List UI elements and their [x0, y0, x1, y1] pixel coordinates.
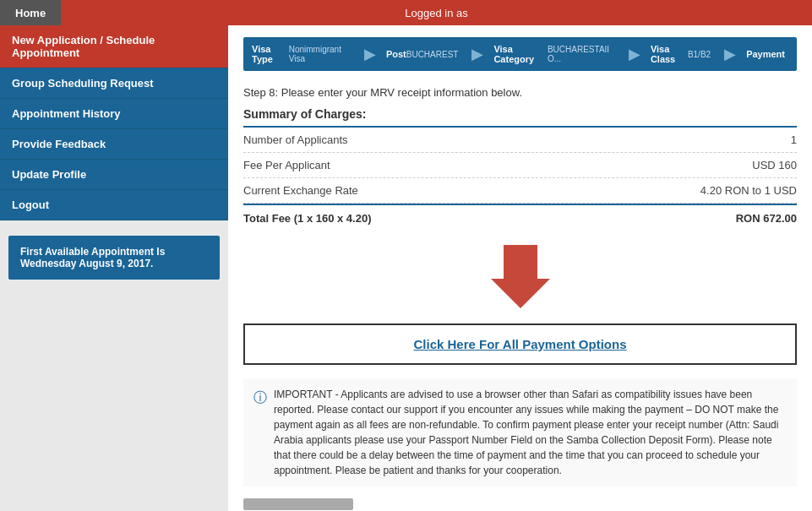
- step-bar: Visa TypeNonimmigrant Visa▶PostBUCHAREST…: [243, 37, 797, 71]
- total-value: RON 672.00: [736, 212, 797, 225]
- breadcrumb-arrow-2: ▶: [471, 45, 483, 63]
- sidebar-item-logout[interactable]: Logout: [0, 190, 228, 220]
- payment-button-container: Click Here For All Payment Options: [243, 323, 797, 365]
- summary-row: Number of Applicants1: [243, 128, 797, 153]
- row-label: Current Exchange Rate: [243, 184, 358, 197]
- row-value: USD 160: [752, 159, 797, 171]
- row-value: 4.20 RON to 1 USD: [700, 184, 797, 197]
- breadcrumb-value: BUCHARESTAII O...: [548, 45, 615, 63]
- breadcrumb-value: Nonimmigrant Visa: [289, 45, 351, 63]
- breadcrumb-value: B1/B2: [688, 50, 711, 59]
- arrow-icon-container: [243, 236, 797, 315]
- sidebar-item-update-profile[interactable]: Update Profile: [0, 160, 228, 190]
- sidebar-item-new-application[interactable]: New Application / Schedule Appointment: [0, 25, 228, 68]
- breadcrumb-item-payment: Payment: [738, 42, 797, 66]
- arrow-payment-area: Click Here For All Payment Options: [243, 236, 797, 365]
- top-bar: Home Logged in as: [0, 0, 812, 25]
- important-text: IMPORTANT - Applicants are advised to us…: [274, 387, 787, 478]
- info-icon: ⓘ: [253, 388, 267, 478]
- sidebar-item-group-scheduling[interactable]: Group Scheduling Request: [0, 68, 228, 99]
- sidebar: New Application / Schedule AppointmentGr…: [0, 25, 228, 511]
- red-arrow-icon: [482, 236, 559, 313]
- breadcrumb-label: Visa Class: [651, 44, 688, 64]
- summary-rows: Number of Applicants1Fee Per ApplicantUS…: [243, 128, 797, 204]
- sidebar-item-appointment-history[interactable]: Appointment History: [0, 99, 228, 129]
- svg-marker-0: [491, 245, 550, 308]
- breadcrumb-arrow-3: ▶: [629, 45, 640, 63]
- main-content: Visa TypeNonimmigrant Visa▶PostBUCHAREST…: [228, 25, 812, 511]
- breadcrumb-label: Visa Type: [252, 44, 289, 64]
- summary-row: Fee Per ApplicantUSD 160: [243, 153, 797, 178]
- row-label: Number of Applicants: [243, 133, 348, 146]
- summary-row: Current Exchange Rate4.20 RON to 1 USD: [243, 178, 797, 204]
- row-value: 1: [791, 133, 797, 146]
- breadcrumb-label: Post: [386, 49, 406, 59]
- breadcrumb-item-visa-class[interactable]: Visa ClassB1/B2: [642, 37, 722, 71]
- logged-in-label: Logged in as: [61, 7, 812, 19]
- sidebar-item-provide-feedback[interactable]: Provide Feedback: [0, 129, 228, 160]
- sidebar-nav: New Application / Schedule AppointmentGr…: [0, 25, 228, 220]
- receipt-section: Receipt Number:: [243, 498, 797, 511]
- row-label: Fee Per Applicant: [243, 159, 330, 171]
- sidebar-info-box: First Available Appointment Is Wednesday…: [8, 236, 220, 280]
- breadcrumb-arrow-1: ▶: [364, 45, 376, 63]
- layout: New Application / Schedule AppointmentGr…: [0, 25, 812, 511]
- breadcrumb-label: Payment: [746, 49, 785, 59]
- progress-bar: [243, 498, 353, 510]
- home-button[interactable]: Home: [0, 0, 61, 25]
- step-instruction: Step 8: Please enter your MRV receipt in…: [243, 86, 797, 99]
- breadcrumb-value: BUCHAREST: [406, 50, 459, 59]
- breadcrumb-item-visa-category[interactable]: Visa CategoryBUCHARESTAII O...: [485, 37, 626, 71]
- payment-link[interactable]: Click Here For All Payment Options: [413, 337, 626, 351]
- summary-title: Summary of Charges:: [243, 107, 797, 121]
- breadcrumb-item-post[interactable]: PostBUCHAREST: [378, 42, 471, 66]
- breadcrumb-label: Visa Category: [493, 44, 548, 64]
- total-label: Total Fee (1 x 160 x 4.20): [243, 212, 372, 225]
- breadcrumb-arrow-4: ▶: [724, 45, 736, 63]
- important-notice: ⓘ IMPORTANT - Applicants are advised to …: [243, 378, 797, 487]
- breadcrumb-item-visa-type[interactable]: Visa TypeNonimmigrant Visa: [243, 37, 362, 71]
- total-row: Total Fee (1 x 160 x 4.20) RON 672.00: [243, 204, 797, 231]
